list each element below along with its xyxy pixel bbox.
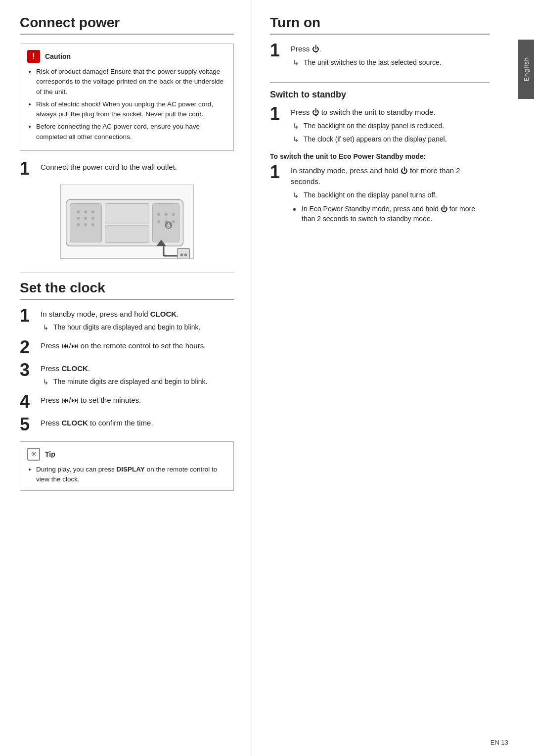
arrow-item: ↳ The unit switches to the last selected… [293,57,490,69]
clock-step-5: 5 Press CLOCK to confirm the time. [20,418,234,433]
svg-point-5 [77,217,80,220]
step-num: 5 [20,416,41,433]
step-num: 1 [20,160,41,178]
switch-standby-section: Switch to standby 1 Press ⏻ to switch th… [270,90,490,224]
svg-point-10 [91,223,94,226]
step-text-prefix: Press [41,364,62,373]
arrow-text: The backlight on the display panel turns… [304,190,437,200]
step-text-suffix: . [88,364,90,373]
right-column: Turn on 1 Press ⏻. ↳ The unit switches t… [252,0,519,756]
caution-icon: ! [27,50,40,63]
arrow-icon: ↳ [293,57,304,69]
caution-item-1: Risk of product damage! Ensure that the … [36,67,226,97]
arrow-item-1: ↳ The backlight on the display panel is … [293,121,490,132]
step-text: In standby mode, press and hold ⏻ for mo… [291,165,490,188]
svg-point-2 [77,210,80,213]
svg-point-17 [172,220,175,223]
standby-step-1: 1 Press ⏻ to switch the unit to standby … [270,107,490,145]
svg-point-14 [172,213,175,216]
step-num: 4 [20,393,41,411]
arrow-text: The hour digits are displayed and begin … [53,322,200,332]
dot-item: • In Eco Power Standby mode, press and h… [293,204,490,224]
turn-on-section: Turn on 1 Press ⏻. ↳ The unit switches t… [270,15,490,68]
connect-power-section: Connect power ! Caution Risk of product … [20,15,234,259]
step-text: Press ⏻ to switch the unit to standby mo… [291,107,490,118]
svg-point-26 [180,253,183,256]
step-num: 3 [20,361,41,379]
arrow-text: The backlight on the display panel is re… [304,121,444,131]
dot-icon: • [293,202,302,217]
arrow-item: ↳ The backlight on the display panel tur… [293,190,490,201]
arrow-icon: ↳ [293,121,304,132]
step-bold: CLOCK [150,310,177,318]
tip-icon: ✳ [27,448,40,461]
caution-box: ! Caution Risk of product damage! Ensure… [20,44,234,151]
step-num: 1 [20,307,41,325]
connect-step-1: 1 Connect the power cord to the wall out… [20,162,234,178]
clock-step-1: 1 In standby mode, press and hold CLOCK.… [20,309,234,333]
svg-point-8 [77,223,80,226]
svg-rect-18 [105,203,149,223]
divider-2 [270,82,490,83]
step-content: Press ⏮/⏭ on the remote control to set t… [41,340,234,354]
step-text-prefix: Press [41,419,62,427]
step-content: In standby mode, press and hold ⏻ for mo… [291,165,490,224]
arrow-item-2: ↳ The clock (if set) appears on the disp… [293,134,490,145]
set-clock-title: Set the clock [20,280,234,300]
eco-heading: To switch the unit to Eco Power Standby … [270,152,490,160]
page-number: EN 13 [490,739,508,746]
step-content: Connect the power cord to the wall outle… [41,162,234,175]
step-num: 1 [270,42,291,59]
tip-box: ✳ Tip During play, you can press DISPLAY… [20,441,234,491]
svg-point-13 [164,213,167,216]
step-text: Press CLOCK to confirm the time. [41,418,234,429]
step-text: Press CLOCK. [41,363,234,375]
step-content: In standby mode, press and hold CLOCK. ↳… [41,309,234,333]
caution-item-2: Risk of electric shock! When you unplug … [36,99,226,120]
clock-step-4: 4 Press ⏮/⏭ to set the minutes. [20,395,234,411]
step-content: Press ⏮/⏭ to set the minutes. [41,395,234,408]
step-content: Press CLOCK to confirm the time. [41,418,234,431]
tip-list: During play, you can press DISPLAY on th… [27,465,226,485]
arrow-icon: ↳ [293,134,304,145]
svg-point-9 [84,223,87,226]
tip-header: ✳ Tip [27,448,226,461]
arrow-text: The minute digits are displayed and begi… [53,377,207,386]
arrow-item: ↳ The hour digits are displayed and begi… [43,322,234,333]
arrow-icon: ↳ [43,377,53,388]
clock-step-2: 2 Press ⏮/⏭ on the remote control to set… [20,340,234,356]
step-num: 2 [20,338,41,356]
step-bold: CLOCK [62,364,88,373]
arrow-item: ↳ The minute digits are displayed and be… [43,377,234,388]
step-text-prefix: In standby mode, press and hold [41,310,150,318]
arrow-icon: ↳ [293,190,304,201]
clock-step-3: 3 Press CLOCK. ↳ The minute digits are d… [20,363,234,388]
turn-on-step-1: 1 Press ⏻. ↳ The unit switches to the la… [270,44,490,68]
svg-point-7 [91,217,94,220]
connect-power-title: Connect power [20,15,234,35]
step-text: Press ⏮/⏭ on the remote control to set t… [41,340,234,352]
device-illustration: ⏻ [60,185,194,259]
step-num: 1 [270,105,291,123]
caution-list: Risk of product damage! Ensure that the … [27,67,226,142]
step-text: Connect the power cord to the wall outle… [41,162,234,173]
step-text-suffix: to confirm the time. [88,419,153,427]
step-text: In standby mode, press and hold CLOCK. [41,309,234,320]
caution-header: ! Caution [27,50,226,63]
svg-point-4 [91,210,94,213]
svg-rect-25 [177,248,189,259]
step-num: 1 [270,163,291,181]
arrow-icon: ↳ [43,322,53,333]
step-content: Press CLOCK. ↳ The minute digits are dis… [41,363,234,388]
step-content: Press ⏻. ↳ The unit switches to the last… [291,44,490,68]
side-tab-label: English [523,57,530,82]
svg-point-27 [184,253,187,256]
switch-standby-title: Switch to standby [270,90,490,100]
turn-on-title: Turn on [270,15,490,35]
step-text: Press ⏮/⏭ to set the minutes. [41,395,234,406]
step-text-suffix: . [177,310,178,318]
step-bold: CLOCK [62,419,88,427]
left-column: Connect power ! Caution Risk of product … [0,0,252,756]
tip-title: Tip [45,450,55,458]
caution-item-3: Before connecting the AC power cord, ens… [36,122,226,142]
